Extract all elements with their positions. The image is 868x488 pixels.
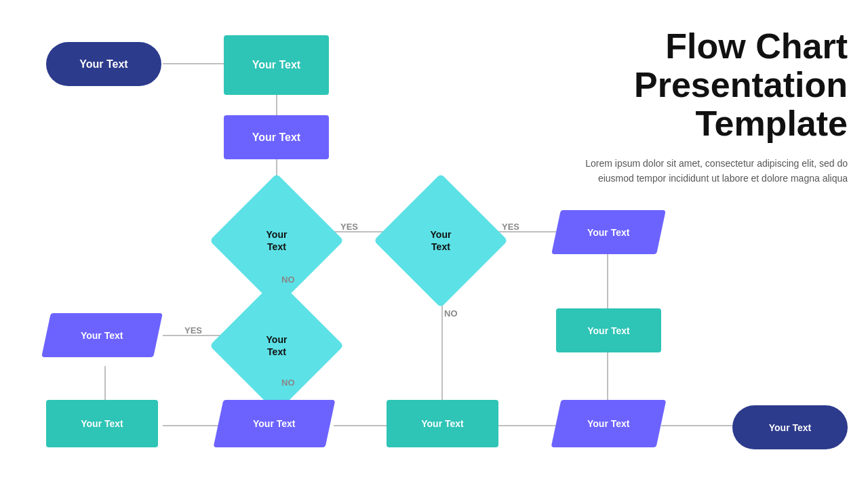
diamond-d1-label: YourText <box>229 193 324 288</box>
right-panel: Flow Chart Presentation Template Lorem i… <box>563 27 848 186</box>
end-node: Your Text <box>732 405 848 449</box>
node-n8: Your Text <box>214 400 336 447</box>
label-no-3: NO <box>281 378 295 388</box>
label-yes-2: YES <box>502 222 519 232</box>
node-n2: Your Text <box>224 115 329 159</box>
node-n3: Your Text <box>551 210 666 254</box>
start-node: Your Text <box>46 42 161 86</box>
label-yes-3: YES <box>184 325 202 336</box>
diamond-d3-label: YourText <box>229 298 324 393</box>
node-n9: Your Text <box>551 400 667 447</box>
diamond-d2: YourText <box>393 193 488 288</box>
label-yes-1: YES <box>340 222 358 232</box>
node-n5: Your Text <box>41 313 163 357</box>
label-no-1: NO <box>281 274 295 285</box>
diamond-d1: YourText <box>229 193 324 288</box>
node-n1: Your Text <box>224 35 329 95</box>
node-n4: Your Text <box>556 308 661 352</box>
title-line2: Presentation Template <box>563 66 848 143</box>
title-line1: Flow Chart <box>563 27 848 66</box>
node-n6: Your Text <box>46 400 158 447</box>
node-n7: Your Text <box>387 400 498 447</box>
diamond-d3: YourText <box>229 298 324 393</box>
diamond-d2-label: YourText <box>393 193 488 288</box>
description: Lorem ipsum dolor sit amet, consectetur … <box>563 156 848 186</box>
label-no-2: NO <box>444 308 458 319</box>
